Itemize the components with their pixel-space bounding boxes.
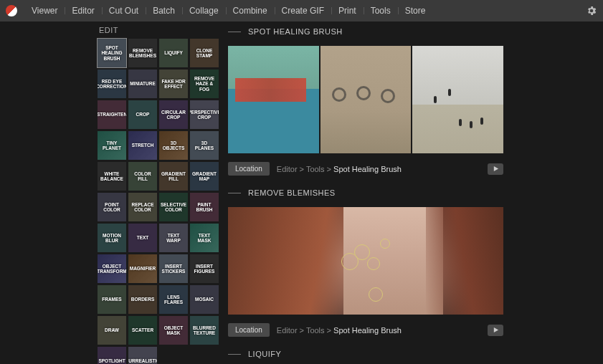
tool-thumb[interactable]: Object Mask: [159, 316, 188, 345]
crumb-prefix: Editor > Tools >: [277, 165, 333, 173]
play-button[interactable]: [488, 325, 503, 336]
tool-thumb-label: Spot Healing Brush: [99, 45, 125, 60]
tool-thumb-label: Paint Brush: [191, 202, 217, 212]
tool-thumb-label: Point Color: [99, 202, 125, 212]
tool-thumb-label: Selective Color: [161, 202, 186, 212]
tool-thumb-label: Miniature: [130, 81, 156, 86]
tool-thumb[interactable]: Remove Blemishes: [128, 39, 157, 67]
tool-thumb-label: Clone Stamp: [191, 48, 217, 58]
tool-thumb[interactable]: Selective Color: [159, 193, 188, 221]
tool-thumb[interactable]: Spotlight: [98, 347, 126, 364]
tool-thumb[interactable]: 3D Planes: [190, 131, 219, 160]
top-menu: Viewer Editor Cut Out Batch Collage Comb…: [24, 6, 586, 16]
tool-thumb[interactable]: 3D Objects: [159, 131, 188, 160]
menu-cutout[interactable]: Cut Out: [102, 6, 146, 16]
top-menubar: Viewer Editor Cut Out Batch Collage Comb…: [0, 0, 603, 21]
menu-batch[interactable]: Batch: [146, 6, 182, 16]
tool-thumb-label: Liquify: [164, 50, 183, 55]
tool-thumb[interactable]: Text: [128, 224, 157, 252]
tool-thumb[interactable]: Miniature: [128, 70, 157, 98]
tool-thumb[interactable]: Text Warp: [159, 224, 188, 252]
preview-pane-2: [321, 46, 412, 153]
tool-thumb[interactable]: Text Mask: [190, 224, 219, 252]
tool-thumb[interactable]: Gradient Map: [190, 162, 219, 191]
tool-thumb[interactable]: Replace Color: [128, 193, 157, 221]
tool-thumb[interactable]: Tiny Planet: [98, 131, 126, 160]
tool-thumb[interactable]: Color Fill: [128, 162, 157, 191]
tool-thumb[interactable]: Scatter: [128, 316, 157, 345]
tool-thumb[interactable]: Point Color: [98, 193, 126, 221]
crumb-leaf: Spot Healing Brush: [333, 165, 402, 173]
location-badge: Location: [228, 162, 270, 176]
tool-thumb[interactable]: Perspective Crop: [190, 100, 219, 129]
menu-create-gif[interactable]: Create GIF: [275, 6, 331, 16]
gear-icon[interactable]: [586, 5, 597, 16]
tool-thumb[interactable]: Gradient Fill: [159, 162, 188, 191]
menu-editor[interactable]: Editor: [65, 6, 101, 16]
tool-thumb[interactable]: Paint Brush: [190, 193, 219, 221]
tool-thumb[interactable]: Fake HDR Effect: [159, 70, 188, 98]
tool-thumb-label: Spotlight: [98, 358, 125, 363]
tool-thumb-label: Color Fill: [130, 171, 156, 181]
tool-thumb-label: Stretch: [132, 143, 154, 148]
tool-thumb[interactable]: Crop: [128, 100, 157, 129]
tool-thumb-label: Gradient Map: [191, 171, 217, 181]
tool-thumb-label: Insert Figures: [191, 264, 217, 274]
tool-thumb[interactable]: Magnifier: [128, 254, 157, 283]
location-badge: Location: [228, 323, 270, 337]
tool-thumb[interactable]: Surrealistic: [128, 347, 157, 364]
menu-store[interactable]: Store: [398, 6, 433, 16]
menu-combine[interactable]: Combine: [226, 6, 275, 16]
crumb-prefix: Editor > Tools >: [277, 326, 333, 335]
menu-tools[interactable]: Tools: [364, 6, 398, 16]
tool-thumb-label: Crop: [136, 112, 150, 117]
tool-thumb-label: Text Mask: [191, 233, 217, 243]
tool-thumb[interactable]: Insert Stickers: [159, 254, 188, 283]
tool-thumb[interactable]: Straighten: [98, 100, 126, 129]
edit-sidebar: EDIT Spot Healing BrushRemove BlemishesL…: [98, 21, 221, 364]
tool-thumb-label: Text: [137, 235, 149, 240]
tool-thumb-label: 3D Objects: [161, 140, 186, 150]
tool-thumb[interactable]: Liquify: [159, 39, 188, 67]
tool-thumb-label: Magnifier: [130, 266, 156, 271]
tool-thumb[interactable]: Stretch: [128, 131, 157, 160]
preview-hero: [228, 207, 503, 315]
tool-thumb-label: Replace Color: [130, 202, 156, 212]
preview-triptych: [228, 46, 503, 153]
tool-thumb[interactable]: Mosaic: [190, 285, 219, 314]
tool-thumb[interactable]: Lens Flares: [159, 285, 188, 314]
menu-viewer[interactable]: Viewer: [24, 6, 65, 16]
tool-thumb[interactable]: Object Transform: [98, 254, 126, 283]
tool-grid: Spot Healing BrushRemove BlemishesLiquif…: [98, 39, 221, 364]
menu-print[interactable]: Print: [331, 6, 364, 16]
tool-thumb-label: Borders: [131, 297, 155, 302]
tool-thumb[interactable]: Blurred Texture: [190, 316, 219, 345]
tool-thumb[interactable]: Motion Blur: [98, 224, 126, 252]
play-button[interactable]: [488, 163, 503, 175]
section-divider: [228, 354, 241, 355]
tool-thumb[interactable]: Insert Figures: [190, 254, 219, 283]
sidebar-title: EDIT: [98, 26, 221, 39]
tool-thumb[interactable]: White Balance: [98, 162, 126, 191]
tool-thumb[interactable]: Frames: [98, 285, 126, 314]
tool-thumb-label: Motion Blur: [99, 233, 125, 243]
preview-pane-3: [412, 46, 503, 153]
tool-thumb[interactable]: Spot Healing Brush: [98, 39, 126, 67]
section-divider: [228, 32, 241, 32]
tool-thumb-label: Scatter: [132, 327, 153, 332]
tool-thumb-label: Tiny Planet: [99, 140, 125, 150]
tool-thumb[interactable]: Red Eye Correction: [98, 70, 126, 98]
breadcrumb: Editor > Tools > Spot Healing Brush: [277, 326, 480, 335]
tool-thumb[interactable]: Draw: [98, 316, 126, 345]
tool-thumb-label: Fake HDR Effect: [161, 79, 186, 89]
tool-thumb[interactable]: Remove Haze & Fog: [190, 70, 219, 98]
tool-thumb-label: Straighten: [98, 112, 126, 117]
location-bar: Location Editor > Tools > Spot Healing B…: [228, 323, 503, 337]
tool-thumb-label: Remove Blemishes: [129, 48, 156, 58]
tool-thumb[interactable]: Circular Crop: [159, 100, 188, 129]
tool-thumb[interactable]: Borders: [128, 285, 157, 314]
tool-thumb-label: Text Warp: [161, 233, 186, 243]
menu-collage[interactable]: Collage: [182, 6, 226, 16]
section-title: SPOT HEALING BRUSH: [248, 27, 343, 36]
tool-thumb[interactable]: Clone Stamp: [190, 39, 219, 67]
